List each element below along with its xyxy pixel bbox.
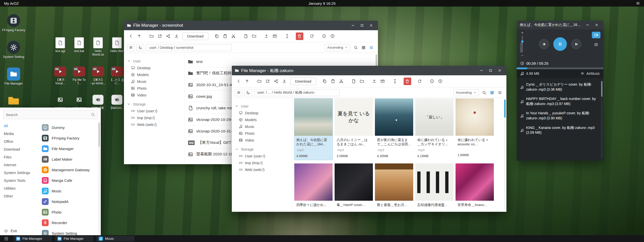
archive-icon[interactable] xyxy=(271,32,279,40)
titlebar[interactable]: File Manager - screenshot xyxy=(124,21,378,30)
app-item[interactable]: Manga Cafe xyxy=(38,175,101,186)
listview-icon[interactable] xyxy=(496,89,503,96)
output-label[interactable]: AirMusic xyxy=(586,72,600,76)
app-item[interactable]: File Manager xyxy=(38,143,101,154)
paste-icon[interactable] xyxy=(329,78,337,85)
exit-button[interactable]: Exit xyxy=(0,229,17,233)
music-file-tile[interactable]: 「寂しい」 命に嫌われている＋＿カンザキイオリ... .mp3 4.19MB xyxy=(415,98,454,160)
close-button[interactable] xyxy=(367,22,375,28)
sidebar-item[interactable]: Web (web:/) xyxy=(124,121,184,128)
category-item[interactable]: All xyxy=(0,122,38,130)
sidebar-item[interactable]: Storage xyxy=(124,101,184,108)
music-file-tile[interactable]: 君が夜の海に還るまで＿こんにちは谷田... .mp3 4.35MB xyxy=(375,98,413,160)
close-button[interactable] xyxy=(496,67,503,74)
sidebar-item[interactable]: tmp (tmp:/) xyxy=(124,114,184,121)
desktop-file-icon[interactable]: HD 【...た】あり... xyxy=(109,66,125,85)
app-item[interactable]: Music xyxy=(38,186,101,196)
desktop-file-icon[interactable]: HD 【MAGIC... xyxy=(109,94,125,113)
up-icon[interactable] xyxy=(243,78,251,85)
desktop-file-icon[interactable]: HD Hello World.txt xyxy=(90,37,106,56)
search-icon[interactable] xyxy=(481,89,488,96)
copy-icon[interactable] xyxy=(213,32,221,40)
music-file-tile[interactable]: 世界寿命＿Avaso... xyxy=(456,163,494,212)
music-file-tile[interactable]: 蕾と薔薇＿壱お月... xyxy=(375,163,413,212)
sidebar-toggle-icon[interactable] xyxy=(127,44,135,51)
download-button[interactable]: Download xyxy=(182,32,208,40)
upload-icon[interactable] xyxy=(371,78,378,85)
category-item[interactable]: Media xyxy=(0,130,38,138)
scrollbar-thumb[interactable] xyxy=(601,81,602,97)
taskbar-item[interactable]: File Manager xyxy=(14,236,52,241)
back-icon[interactable] xyxy=(235,78,242,85)
category-item[interactable]: Internet xyxy=(0,161,38,169)
sidebar-item[interactable]: Models xyxy=(232,116,292,123)
search-box[interactable] xyxy=(3,110,98,119)
desktop-file-icon[interactable]: HD Hello Wor xyxy=(109,37,125,56)
sidebar-item[interactable]: User xyxy=(124,58,184,64)
music-file-tile[interactable]: 命に嫌われている + acoustic co... 1.69MB xyxy=(456,98,494,160)
sidebar-item[interactable]: User (user:/) xyxy=(232,153,292,159)
back-icon[interactable] xyxy=(127,32,135,40)
desktop-file-icon[interactable]: HD test.bat xyxy=(71,37,87,56)
sidebar-item[interactable]: User (user:/) xyxy=(124,108,184,114)
share-icon[interactable] xyxy=(164,32,172,40)
copy-icon[interactable] xyxy=(321,78,329,85)
newfolder-icon[interactable] xyxy=(250,32,258,40)
archive-icon[interactable] xyxy=(379,78,387,85)
sidebar-toggle-icon[interactable] xyxy=(235,89,242,96)
newfolder-icon[interactable] xyxy=(358,78,366,85)
app-item[interactable]: Recorder xyxy=(38,217,101,228)
sidebar-item[interactable]: Photo xyxy=(232,130,292,137)
sidebar-item[interactable]: User xyxy=(232,103,292,110)
desktop-icon[interactable]: FFmpeg Factory xyxy=(2,14,25,36)
paste-icon[interactable] xyxy=(221,32,229,40)
grid-icon[interactable] xyxy=(360,44,367,51)
music-file-tile[interactable]: 四季折々に描かれ... xyxy=(294,163,333,212)
info-icon[interactable] xyxy=(428,78,436,85)
cut-icon[interactable] xyxy=(230,32,237,40)
app-item[interactable]: NotepadA xyxy=(38,196,101,207)
music-file-tile[interactable]: 毒＿HamP cover... xyxy=(335,163,373,212)
moon-icon[interactable] xyxy=(244,89,252,96)
sidebar-item[interactable]: Desktop xyxy=(124,64,184,71)
download-icon[interactable] xyxy=(280,78,288,85)
maximize-button[interactable] xyxy=(358,22,366,28)
help-icon[interactable] xyxy=(437,78,444,85)
desktop-file-icon[interactable]: HD 【東方】~yu kimin... xyxy=(90,66,106,85)
previous-track-button[interactable] xyxy=(539,39,549,49)
category-item[interactable]: System Tools xyxy=(0,177,38,185)
volume-down-icon[interactable] xyxy=(521,54,524,57)
search-icon[interactable] xyxy=(352,44,359,51)
external-icon[interactable] xyxy=(264,78,271,85)
music-file-tile[interactable]: 例えば、今此処に置かれた花に＿164... .mp3 4.99MB xyxy=(294,98,333,160)
minimize-button[interactable] xyxy=(584,22,591,28)
breadcrumb[interactable]: user: / Desktop / screenshot xyxy=(146,44,232,51)
sort-dropdown[interactable]: Ascending xyxy=(453,89,479,96)
desktop-file-icon[interactable]: HD test.agi xyxy=(52,37,69,56)
next-track-button[interactable] xyxy=(571,39,581,49)
menu-scrollbar[interactable] xyxy=(98,122,100,234)
sidebar-item[interactable]: Storage xyxy=(232,146,292,153)
rename-icon[interactable] xyxy=(391,78,399,85)
sidebar-item[interactable]: tmp (tmp:/) xyxy=(232,159,292,166)
rename-icon[interactable] xyxy=(283,32,291,40)
music-file-tile[interactable]: 夏を見て いるかな 八月のレイニー＿はるまきごはん co... .mp3 3.0… xyxy=(335,98,373,160)
music-file-tile[interactable]: 忘却感傷代償連盟... xyxy=(415,163,454,212)
search-input[interactable] xyxy=(6,113,91,117)
upload-icon[interactable] xyxy=(263,32,270,40)
titlebar[interactable]: 例えば、今此処に置かれた花に＿164 c... xyxy=(517,21,603,29)
desktop-file-icon[interactable]: HD Fly Me To T... xyxy=(71,66,87,85)
refresh-icon[interactable] xyxy=(416,78,424,85)
scrollbar[interactable] xyxy=(504,99,506,211)
scrollbar-thumb[interactable] xyxy=(504,99,506,118)
moon-icon[interactable] xyxy=(137,44,144,51)
category-item[interactable]: Utilities xyxy=(0,185,38,192)
category-item[interactable]: System Settings xyxy=(0,169,38,177)
category-item[interactable]: Office xyxy=(0,138,38,146)
brand[interactable]: My ArOZ xyxy=(4,1,19,6)
info-icon[interactable] xyxy=(320,32,328,40)
playlist-scrollbar[interactable] xyxy=(601,81,603,159)
category-item[interactable]: Download xyxy=(0,146,38,153)
progress-bar[interactable] xyxy=(517,67,603,69)
volume-slider-thumb[interactable] xyxy=(521,40,524,43)
